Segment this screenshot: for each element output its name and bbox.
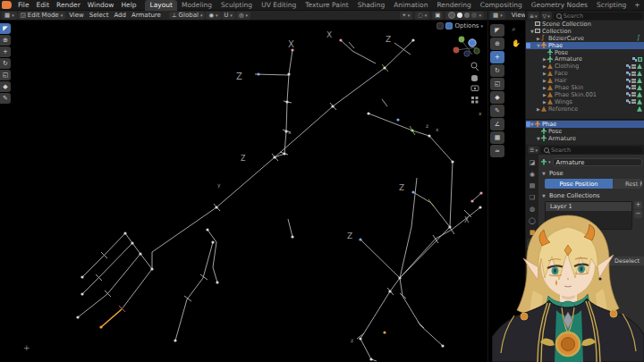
outliner-row-phae[interactable]: ▼Phae [526,121,644,128]
bone-joint[interactable] [388,290,391,292]
bone-joint[interactable] [367,112,369,114]
workspace-tab-modeling[interactable]: Modeling [177,0,216,11]
bone-segment[interactable] [412,130,429,136]
bone-segment[interactable] [289,50,292,74]
bone-joint[interactable] [451,160,453,163]
bone-segment[interactable] [431,203,450,227]
outliner-row-phae-skin[interactable]: ▶Phae Skin [526,84,644,91]
mirror-toggle-active[interactable] [445,22,453,29]
outliner-search-input[interactable]: Search [554,13,642,20]
deselect-button[interactable]: Deselect [601,257,644,265]
tri-icon[interactable] [637,63,642,69]
camera-view-icon[interactable] [471,86,479,91]
bone-joint[interactable] [428,134,430,137]
bone-segment[interactable] [360,240,400,278]
properties-search-input[interactable]: Search [541,147,642,154]
expander-icon[interactable]: ▶ [542,92,547,97]
transform-orientation[interactable]: ⊥ Global ▾ [169,12,206,20]
bone-segment[interactable] [203,242,213,278]
pose-section-header[interactable]: ▼ Pose [541,168,642,178]
bone-segment[interactable] [413,192,431,203]
bone-segment[interactable] [390,278,400,291]
properties-tab-world[interactable]: ◯ [527,215,538,225]
bone-segment[interactable] [101,309,122,327]
properties-tab-data[interactable] [527,239,538,248]
stack-icon[interactable] [631,85,636,89]
bone-segment[interactable] [428,199,434,206]
properties-editor-type[interactable]: ☰▾ [528,146,539,154]
blender-logo-icon[interactable] [2,1,12,9]
show-gizmo-toggle[interactable]: ⌖▾ [400,12,412,20]
bone-segment[interactable] [187,278,203,299]
shading-modes[interactable]: ▾ [445,12,484,20]
viewport-menu-view[interactable]: View [66,12,87,19]
outliner-row-hair[interactable]: ▶Hair [526,77,644,84]
mirror-x-toggle[interactable] [436,22,444,29]
expander-icon[interactable]: ▶ [542,63,547,69]
viewport-canvas[interactable]: XZXZZZZXxyzxxz+ Options ▾ ◤⊕+↻◱◆✎ [0,21,487,362]
wrench-icon[interactable] [626,85,631,89]
workspace-tab-rendering[interactable]: Rendering [432,0,475,11]
stack-icon[interactable] [631,92,636,97]
workspace-tab-geometry-nodes[interactable]: Geometry Nodes [527,0,592,11]
bone-joint[interactable] [359,238,361,240]
bone-segment[interactable] [369,114,380,118]
outliner-row-pose[interactable]: Pose [526,49,644,56]
tri-icon[interactable] [637,78,642,83]
bone-joint[interactable] [99,325,102,328]
grid-ortho-icon[interactable] [471,97,479,104]
bone-segment[interactable] [429,136,453,162]
move-tool[interactable]: + [0,46,11,57]
bone-segment[interactable] [82,256,104,277]
expander-icon[interactable]: ▶ [542,85,547,90]
bone-segment[interactable] [400,239,436,278]
bone-joint[interactable] [285,100,288,103]
annotate-tool[interactable]: ✎ [0,93,11,104]
bone-segment[interactable] [400,293,406,299]
add-collection-button[interactable]: + [634,201,642,209]
mode-selector[interactable]: ◲ Edit Mode ▾ [18,12,66,20]
menu-edit[interactable]: Edit [33,1,54,9]
curveg-icon[interactable]: ∫ [637,35,642,41]
bone-segment[interactable] [213,242,216,267]
expander-icon[interactable]: ▶ [542,71,547,76]
expander-icon[interactable]: ▼ [536,43,541,48]
outliner-row-scene-collection[interactable]: Scene Collection [526,21,644,28]
bone-segment[interactable] [333,68,385,106]
menu-file[interactable]: File [14,1,33,9]
bone-segment[interactable] [125,233,132,243]
wireframe-shading-icon[interactable] [448,12,455,19]
bone-segment[interactable] [420,325,443,346]
expander-icon[interactable]: ▶ [542,78,547,83]
bone-joint[interactable] [448,225,451,228]
bone-joint[interactable] [80,292,83,295]
bone-joint[interactable] [479,191,482,194]
xray-toggle[interactable]: ▣ [432,12,443,20]
pose-position-button[interactable]: Pose Position [545,179,613,189]
bone-segment[interactable] [132,243,140,254]
stack-icon[interactable] [631,72,636,76]
bone-joint[interactable] [383,66,386,69]
properties-tab-render[interactable]: ◉ [527,169,538,179]
viewport-menu-armature[interactable]: Armature [129,12,164,19]
properties-tab-viewlayer[interactable]: ❏ [527,192,538,202]
outliner-row-face[interactable]: ▶Face [526,70,644,77]
stack-icon[interactable] [631,79,636,83]
bone-collections-list[interactable]: Layer 1 [545,201,632,230]
wrench-icon[interactable] [626,99,631,104]
outliner-display-mode[interactable]: ≡▾ [528,12,539,20]
material-shading-icon[interactable] [464,13,470,18]
show-overlays-toggle[interactable]: ◌▾ [415,12,429,20]
workspace-tab-texture-paint[interactable]: Texture Paint [301,0,352,11]
bone-joint[interactable] [139,252,141,255]
bone-joint[interactable] [331,105,334,107]
bone-joint[interactable] [398,276,401,279]
outliner-row-armature[interactable]: ▶Armature [526,55,644,63]
bone-joint[interactable] [131,241,133,244]
outliner-row-clothing[interactable]: ▶Clothing [526,63,644,70]
bone-segment[interactable] [385,40,413,68]
editor-type-selector[interactable]: ▦▾ [2,12,17,20]
workspace-tab-compositing[interactable]: Compositing [476,0,527,11]
select-tool[interactable]: ◤ [0,23,11,34]
bone-segment[interactable] [213,267,217,282]
